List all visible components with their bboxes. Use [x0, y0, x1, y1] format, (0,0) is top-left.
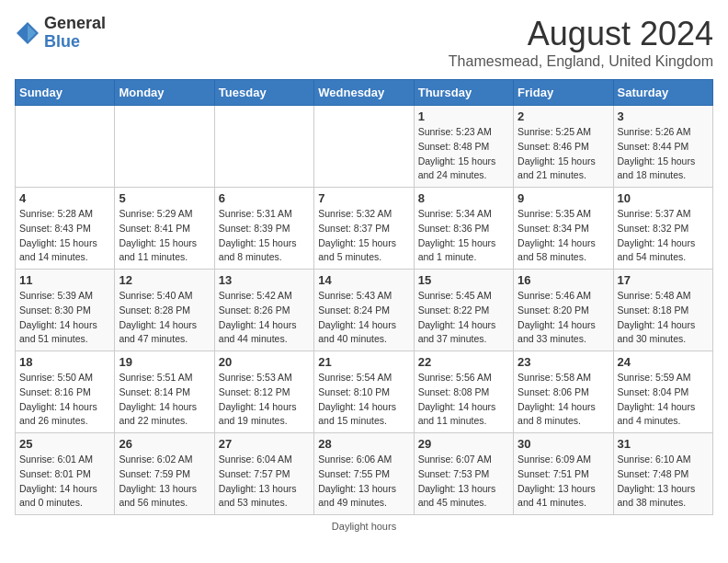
- calendar-cell: 19Sunrise: 5:51 AM Sunset: 8:14 PM Dayli…: [115, 351, 214, 433]
- header-day-monday: Monday: [115, 80, 214, 106]
- day-detail: Sunrise: 5:46 AM Sunset: 8:20 PM Dayligh…: [518, 289, 609, 347]
- day-detail: Sunrise: 5:42 AM Sunset: 8:26 PM Dayligh…: [219, 289, 310, 347]
- day-detail: Sunrise: 5:58 AM Sunset: 8:06 PM Dayligh…: [518, 371, 609, 429]
- calendar-cell: [214, 106, 313, 188]
- day-detail: Sunrise: 5:45 AM Sunset: 8:22 PM Dayligh…: [418, 289, 509, 347]
- calendar-cell: 12Sunrise: 5:40 AM Sunset: 8:28 PM Dayli…: [115, 270, 214, 351]
- calendar-week-row: 4Sunrise: 5:28 AM Sunset: 8:43 PM Daylig…: [16, 188, 713, 270]
- day-detail: Sunrise: 5:50 AM Sunset: 8:16 PM Dayligh…: [19, 371, 110, 429]
- day-number: 5: [119, 191, 210, 205]
- day-detail: Sunrise: 5:29 AM Sunset: 8:41 PM Dayligh…: [119, 207, 210, 265]
- day-detail: Sunrise: 5:53 AM Sunset: 8:12 PM Dayligh…: [219, 371, 310, 429]
- day-detail: Sunrise: 6:09 AM Sunset: 7:51 PM Dayligh…: [518, 453, 609, 511]
- day-number: 22: [418, 355, 509, 369]
- day-detail: Sunrise: 5:23 AM Sunset: 8:48 PM Dayligh…: [418, 125, 509, 183]
- calendar-cell: 22Sunrise: 5:56 AM Sunset: 8:08 PM Dayli…: [414, 351, 513, 433]
- calendar-cell: 11Sunrise: 5:39 AM Sunset: 8:30 PM Dayli…: [16, 270, 115, 351]
- calendar-week-row: 1Sunrise: 5:23 AM Sunset: 8:48 PM Daylig…: [16, 106, 713, 188]
- day-number: 10: [618, 191, 709, 205]
- calendar-title: August 2024: [449, 15, 713, 53]
- header-day-wednesday: Wednesday: [314, 80, 414, 106]
- day-number: 3: [618, 109, 709, 123]
- calendar-cell: 18Sunrise: 5:50 AM Sunset: 8:16 PM Dayli…: [16, 351, 115, 433]
- day-detail: Sunrise: 5:35 AM Sunset: 8:34 PM Dayligh…: [518, 207, 609, 265]
- day-detail: Sunrise: 6:06 AM Sunset: 7:55 PM Dayligh…: [318, 453, 409, 511]
- calendar-cell: 5Sunrise: 5:29 AM Sunset: 8:41 PM Daylig…: [115, 188, 214, 270]
- day-detail: Sunrise: 6:10 AM Sunset: 7:48 PM Dayligh…: [618, 453, 709, 511]
- day-number: 2: [518, 109, 609, 123]
- day-number: 18: [19, 355, 110, 369]
- footer-note: Daylight hours: [15, 521, 713, 532]
- calendar-cell: 9Sunrise: 5:35 AM Sunset: 8:34 PM Daylig…: [514, 188, 613, 270]
- calendar-cell: 28Sunrise: 6:06 AM Sunset: 7:55 PM Dayli…: [314, 433, 414, 515]
- day-number: 28: [318, 437, 409, 451]
- calendar-cell: 30Sunrise: 6:09 AM Sunset: 7:51 PM Dayli…: [514, 433, 613, 515]
- day-number: 19: [119, 355, 210, 369]
- day-number: 11: [19, 273, 110, 287]
- calendar-cell: 24Sunrise: 5:59 AM Sunset: 8:04 PM Dayli…: [613, 351, 712, 433]
- day-number: 26: [119, 437, 210, 451]
- header-day-sunday: Sunday: [16, 80, 115, 106]
- day-detail: Sunrise: 5:31 AM Sunset: 8:39 PM Dayligh…: [219, 207, 310, 265]
- calendar-table: SundayMondayTuesdayWednesdayThursdayFrid…: [15, 79, 713, 515]
- day-number: 17: [618, 273, 709, 287]
- day-detail: Sunrise: 5:28 AM Sunset: 8:43 PM Dayligh…: [19, 207, 110, 265]
- day-detail: Sunrise: 5:25 AM Sunset: 8:46 PM Dayligh…: [518, 125, 609, 183]
- calendar-cell: 27Sunrise: 6:04 AM Sunset: 7:57 PM Dayli…: [214, 433, 313, 515]
- calendar-cell: 6Sunrise: 5:31 AM Sunset: 8:39 PM Daylig…: [214, 188, 313, 270]
- day-number: 6: [219, 191, 310, 205]
- logo-icon: [15, 20, 40, 46]
- day-number: 15: [418, 273, 509, 287]
- calendar-cell: 20Sunrise: 5:53 AM Sunset: 8:12 PM Dayli…: [214, 351, 313, 433]
- day-detail: Sunrise: 5:43 AM Sunset: 8:24 PM Dayligh…: [318, 289, 409, 347]
- title-block: August 2024 Thamesmead, England, United …: [449, 15, 713, 70]
- calendar-cell: 8Sunrise: 5:34 AM Sunset: 8:36 PM Daylig…: [414, 188, 513, 270]
- day-number: 16: [518, 273, 609, 287]
- day-number: 1: [418, 109, 509, 123]
- day-number: 14: [318, 273, 409, 287]
- day-number: 31: [618, 437, 709, 451]
- day-number: 13: [219, 273, 310, 287]
- calendar-week-row: 18Sunrise: 5:50 AM Sunset: 8:16 PM Dayli…: [16, 351, 713, 433]
- calendar-cell: 21Sunrise: 5:54 AM Sunset: 8:10 PM Dayli…: [314, 351, 414, 433]
- calendar-cell: 23Sunrise: 5:58 AM Sunset: 8:06 PM Dayli…: [514, 351, 613, 433]
- day-number: 23: [518, 355, 609, 369]
- day-detail: Sunrise: 5:48 AM Sunset: 8:18 PM Dayligh…: [618, 289, 709, 347]
- calendar-cell: 3Sunrise: 5:26 AM Sunset: 8:44 PM Daylig…: [613, 106, 712, 188]
- header-day-tuesday: Tuesday: [214, 80, 313, 106]
- day-detail: Sunrise: 5:37 AM Sunset: 8:32 PM Dayligh…: [618, 207, 709, 265]
- calendar-header-row: SundayMondayTuesdayWednesdayThursdayFrid…: [16, 80, 713, 106]
- page-header: General Blue August 2024 Thamesmead, Eng…: [15, 15, 713, 70]
- day-detail: Sunrise: 5:54 AM Sunset: 8:10 PM Dayligh…: [318, 371, 409, 429]
- calendar-cell: [314, 106, 414, 188]
- day-number: 30: [518, 437, 609, 451]
- day-number: 20: [219, 355, 310, 369]
- calendar-week-row: 11Sunrise: 5:39 AM Sunset: 8:30 PM Dayli…: [16, 270, 713, 351]
- day-detail: Sunrise: 5:59 AM Sunset: 8:04 PM Dayligh…: [618, 371, 709, 429]
- calendar-cell: 14Sunrise: 5:43 AM Sunset: 8:24 PM Dayli…: [314, 270, 414, 351]
- calendar-cell: 17Sunrise: 5:48 AM Sunset: 8:18 PM Dayli…: [613, 270, 712, 351]
- day-detail: Sunrise: 5:39 AM Sunset: 8:30 PM Dayligh…: [19, 289, 110, 347]
- calendar-cell: 31Sunrise: 6:10 AM Sunset: 7:48 PM Dayli…: [613, 433, 712, 515]
- calendar-cell: 29Sunrise: 6:07 AM Sunset: 7:53 PM Dayli…: [414, 433, 513, 515]
- calendar-cell: [16, 106, 115, 188]
- header-day-friday: Friday: [514, 80, 613, 106]
- day-number: 24: [618, 355, 709, 369]
- logo: General Blue: [15, 15, 106, 52]
- calendar-cell: 10Sunrise: 5:37 AM Sunset: 8:32 PM Dayli…: [613, 188, 712, 270]
- logo-blue-text: Blue: [44, 33, 106, 52]
- day-detail: Sunrise: 6:01 AM Sunset: 8:01 PM Dayligh…: [19, 453, 110, 511]
- day-detail: Sunrise: 5:26 AM Sunset: 8:44 PM Dayligh…: [618, 125, 709, 183]
- day-detail: Sunrise: 5:56 AM Sunset: 8:08 PM Dayligh…: [418, 371, 509, 429]
- day-detail: Sunrise: 5:34 AM Sunset: 8:36 PM Dayligh…: [418, 207, 509, 265]
- calendar-cell: 25Sunrise: 6:01 AM Sunset: 8:01 PM Dayli…: [16, 433, 115, 515]
- calendar-cell: [115, 106, 214, 188]
- day-detail: Sunrise: 5:40 AM Sunset: 8:28 PM Dayligh…: [119, 289, 210, 347]
- day-number: 4: [19, 191, 110, 205]
- day-detail: Sunrise: 6:07 AM Sunset: 7:53 PM Dayligh…: [418, 453, 509, 511]
- header-day-saturday: Saturday: [613, 80, 712, 106]
- day-detail: Sunrise: 5:51 AM Sunset: 8:14 PM Dayligh…: [119, 371, 210, 429]
- calendar-cell: 1Sunrise: 5:23 AM Sunset: 8:48 PM Daylig…: [414, 106, 513, 188]
- day-number: 8: [418, 191, 509, 205]
- calendar-cell: 13Sunrise: 5:42 AM Sunset: 8:26 PM Dayli…: [214, 270, 313, 351]
